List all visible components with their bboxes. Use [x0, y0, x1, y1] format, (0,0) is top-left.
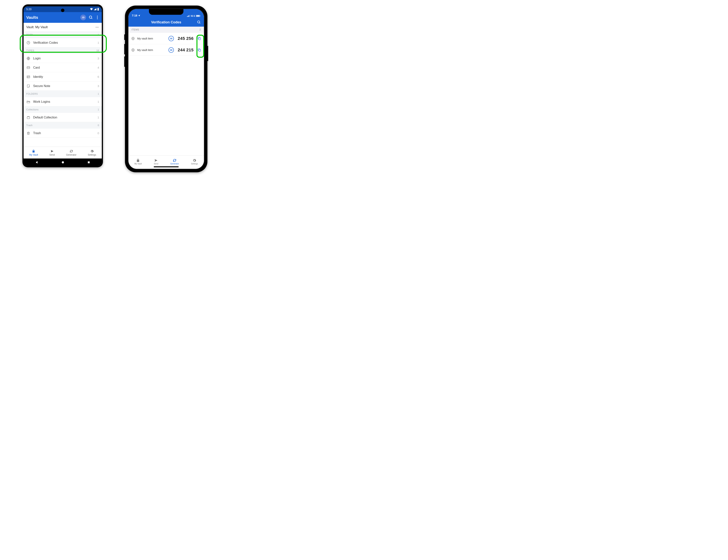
svg-rect-17	[189, 15, 189, 17]
volume-up-button	[124, 44, 125, 54]
tab-label: My Vault	[134, 163, 142, 165]
wifi-icon	[90, 8, 93, 10]
id-card-icon	[26, 75, 30, 79]
section-count: 2	[200, 28, 201, 31]
copy-icon[interactable]	[197, 48, 201, 52]
ios-list[interactable]: ITEMS 2 My vault item 30 245 256	[128, 27, 204, 155]
svg-point-3	[97, 17, 98, 18]
row-secure-note[interactable]: Secure Note 3	[24, 81, 102, 91]
battery-icon	[97, 8, 99, 11]
clock-icon	[26, 41, 30, 45]
avatar[interactable]: JD	[80, 15, 86, 20]
nav-back-icon[interactable]	[35, 161, 39, 164]
lock-icon	[32, 149, 35, 153]
row-label: Verification Codes	[33, 41, 95, 44]
android-phone-frame: 5:20 Vaults JD Vault: My Vault ⋯ T	[22, 4, 103, 167]
android-screen: 5:20 Vaults JD Vault: My Vault ⋯ T	[24, 6, 102, 166]
status-time: 7:18	[132, 14, 137, 17]
svg-rect-9	[27, 76, 30, 78]
row-trash[interactable]: Trash 0	[24, 129, 102, 138]
section-title: Collections	[26, 108, 39, 111]
android-app-bar: Vaults JD	[24, 12, 102, 23]
globe-icon	[131, 37, 135, 40]
tab-label: Settings	[191, 163, 198, 165]
totp-timer: 30	[168, 47, 174, 53]
search-icon[interactable]	[89, 15, 93, 20]
row-card[interactable]: Card 4	[24, 63, 102, 72]
row-count: 1	[98, 116, 99, 119]
power-button	[207, 46, 208, 61]
tab-my-vault[interactable]: My Vault	[134, 158, 142, 165]
signal-icon	[187, 15, 190, 17]
row-default-collection[interactable]: Default Collection 1	[24, 113, 102, 122]
totp-timer: 30	[168, 36, 174, 41]
refresh-icon	[70, 149, 73, 153]
section-header-folders: FOLDERS 1	[24, 91, 102, 97]
row-identity[interactable]: Identity 6	[24, 72, 102, 81]
row-login[interactable]: Login 3	[24, 54, 102, 63]
volume-down-button	[124, 56, 125, 67]
tab-send[interactable]: Send	[154, 158, 158, 165]
iphone-screen: 7:18 5G E Verification Codes ITEMS	[128, 9, 204, 169]
section-title: TYPES	[26, 49, 34, 52]
tab-send[interactable]: Send	[49, 149, 55, 156]
svg-rect-16	[188, 16, 188, 17]
vault-list[interactable]: TOTP 1 Verification Codes 1 TYPES 16	[24, 32, 102, 147]
svg-point-10	[28, 76, 28, 77]
totp-item[interactable]: My vault item 30 244 215	[128, 44, 204, 56]
svg-rect-14	[88, 161, 90, 163]
gear-icon	[90, 149, 94, 153]
more-icon[interactable]	[96, 15, 99, 20]
signal-icon	[94, 8, 96, 10]
row-count: 6	[98, 75, 99, 78]
row-count: 3	[98, 84, 99, 88]
ios-section-header: ITEMS 2	[128, 27, 204, 33]
row-label: Work Logins	[33, 100, 95, 103]
row-work-logins[interactable]: Work Logins 1	[24, 97, 102, 106]
section-count: 0	[98, 124, 99, 127]
android-nav-bar	[24, 158, 102, 166]
row-label: Secure Note	[33, 84, 95, 88]
collection-icon	[26, 116, 30, 119]
card-icon	[26, 66, 30, 70]
tab-generator[interactable]: Generator	[170, 158, 179, 165]
tab-generator[interactable]: Generator	[66, 149, 76, 156]
row-verification-codes[interactable]: Verification Codes 1	[24, 38, 102, 47]
row-count: 3	[98, 57, 99, 60]
totp-code: 245 256	[178, 36, 194, 41]
section-count: 1	[98, 93, 99, 95]
home-indicator[interactable]	[154, 166, 179, 167]
gear-icon	[192, 158, 196, 162]
vault-selector[interactable]: Vault: My Vault ⋯	[24, 23, 102, 32]
tab-label: Send	[49, 154, 55, 156]
row-count: 1	[98, 100, 99, 103]
svg-rect-18	[189, 15, 190, 17]
vault-selector-more-icon[interactable]: ⋯	[95, 25, 99, 29]
item-name: My vault item	[137, 37, 166, 40]
send-icon	[154, 158, 158, 162]
row-label: Default Collection	[33, 116, 95, 119]
appbar-title: Vaults	[26, 15, 78, 20]
copy-icon[interactable]	[197, 37, 201, 40]
tab-my-vault[interactable]: My Vault	[29, 149, 38, 156]
svg-rect-25	[199, 38, 201, 40]
section-title: FOLDERS	[26, 93, 38, 95]
android-bottom-tabs: My Vault Send Generator	[24, 147, 102, 158]
iphone-frame: 7:18 5G E Verification Codes ITEMS	[125, 6, 207, 172]
appbar-title: Verification Codes	[151, 20, 181, 24]
iphone-notch	[149, 9, 183, 15]
section-title: Trash	[26, 124, 33, 127]
search-icon[interactable]	[197, 20, 201, 24]
row-label: Card	[33, 66, 95, 69]
svg-line-23	[200, 23, 200, 24]
trash-icon	[26, 131, 30, 135]
nav-home-icon[interactable]	[61, 161, 64, 164]
section-count: 1	[98, 108, 99, 111]
svg-rect-12	[27, 117, 30, 119]
nav-recent-icon[interactable]	[87, 161, 90, 164]
tab-settings[interactable]: Settings	[191, 158, 198, 165]
tab-label: Settings	[88, 154, 96, 156]
section-count: 1	[98, 34, 99, 36]
totp-item[interactable]: My vault item 30 245 256	[128, 33, 204, 44]
tab-settings[interactable]: Settings	[88, 149, 96, 156]
